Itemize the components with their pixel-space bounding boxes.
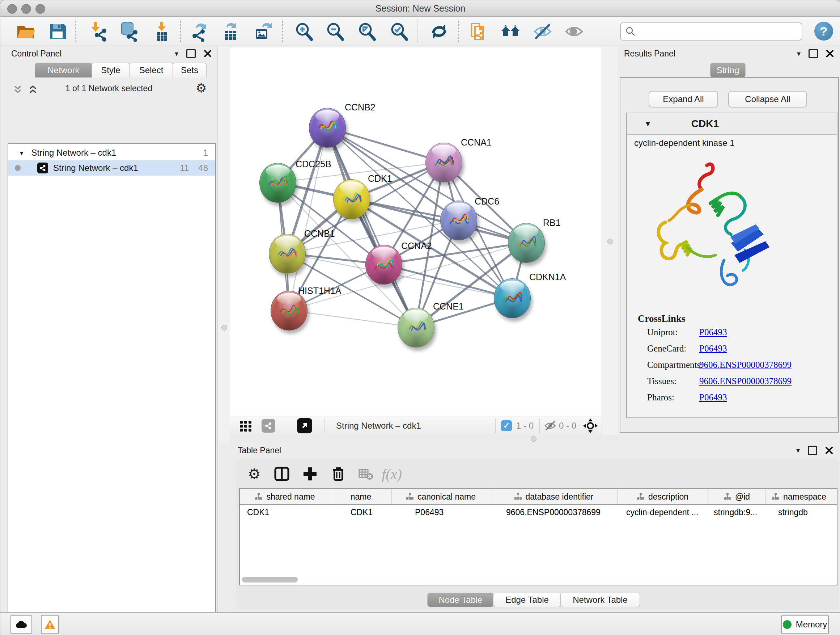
expand-all-button[interactable]: Expand All — [649, 91, 718, 108]
network-edge[interactable] — [289, 242, 526, 310]
network-node-cdkn1a[interactable] — [494, 279, 531, 318]
network-node-hist1h1a[interactable] — [271, 291, 308, 331]
right-splitter[interactable] — [602, 46, 618, 443]
import-network-database-icon[interactable] — [118, 21, 139, 42]
function-builder-icon[interactable]: f(x) — [382, 464, 402, 484]
search-box[interactable] — [620, 22, 802, 41]
cell-name[interactable]: CDK1 — [330, 504, 392, 520]
tab-style[interactable]: Style — [92, 63, 130, 78]
tab-select[interactable]: Select — [129, 63, 173, 78]
network-node-rb1[interactable] — [508, 223, 545, 263]
column-header-shared-name[interactable]: shared name — [240, 489, 330, 504]
import-table-file-icon[interactable] — [152, 21, 172, 42]
column-header-namespace[interactable]: namespace — [766, 489, 837, 504]
export-network-icon[interactable] — [189, 21, 210, 42]
goto-network-icon[interactable] — [297, 418, 312, 433]
network-node-ccnb1[interactable] — [269, 234, 306, 274]
memory-button[interactable]: Memory — [781, 616, 829, 633]
table-options-gear-icon[interactable]: ⚙ — [244, 464, 264, 484]
open-session-icon[interactable] — [15, 21, 36, 42]
collapse-panel-icon[interactable]: ▾ — [175, 49, 178, 58]
crosslink-tissues-link[interactable]: 9606.ENSP00000378699 — [699, 376, 791, 386]
grid-view-icon[interactable] — [239, 418, 252, 433]
help-button[interactable]: ? — [814, 22, 833, 41]
splitter-handle[interactable] — [531, 436, 537, 442]
float-panel-icon[interactable] — [808, 446, 817, 455]
network-canvas[interactable]: CCNB2CCNA1CDC25BCDK1CDC6RB1CCNB1CCNA2CDK… — [230, 48, 602, 416]
table-horizontal-scrollbar[interactable] — [242, 577, 298, 583]
copy-style-documents-icon[interactable] — [468, 21, 489, 42]
crosslink-compartments-link[interactable]: 9606.ENSP00000378699 — [699, 360, 791, 370]
cell-canonical-name[interactable]: P06493 — [392, 504, 490, 520]
show-columns-icon[interactable] — [272, 464, 292, 484]
show-graphics-details-icon[interactable] — [564, 21, 584, 42]
tab-network-table[interactable]: Network Table — [561, 593, 640, 607]
cell-shared-name[interactable]: CDK1 — [240, 504, 330, 520]
crosslink-uniprot-link[interactable]: P06493 — [699, 327, 727, 337]
column-header-database-identifier[interactable]: database identifier — [490, 489, 617, 504]
network-node-ccne1[interactable] — [398, 308, 434, 348]
create-column-plus-icon[interactable] — [300, 464, 320, 484]
zoom-in-icon[interactable] — [294, 21, 315, 42]
network-options-gear-icon[interactable]: ⚙ — [196, 81, 207, 95]
network-edge[interactable] — [327, 127, 416, 327]
collapse-all-button[interactable]: Collapse All — [728, 91, 807, 108]
birds-eye-view-icon[interactable] — [583, 418, 598, 433]
network-node-cdk1[interactable] — [333, 179, 370, 219]
network-node-ccna2[interactable] — [365, 245, 402, 285]
network-node-ccna1[interactable] — [425, 143, 462, 182]
collapse-panel-icon[interactable]: ▾ — [796, 446, 800, 455]
splitter-handle[interactable] — [221, 325, 227, 331]
hide-graphics-details-icon[interactable] — [532, 21, 553, 42]
tab-network[interactable]: Network — [35, 63, 92, 78]
delete-table-icon[interactable] — [355, 464, 376, 484]
crosslink-genecard-link[interactable]: P06493 — [699, 344, 727, 354]
network-edge[interactable] — [289, 127, 327, 310]
network-row[interactable]: String Network – cdk1 11 48 — [8, 160, 215, 176]
tab-edge-table[interactable]: Edge Table — [493, 593, 561, 607]
network-node-cdc6[interactable] — [440, 201, 477, 241]
cloud-status-button[interactable] — [11, 616, 32, 633]
splitter-handle[interactable] — [607, 239, 613, 244]
float-panel-icon[interactable] — [808, 49, 818, 58]
export-image-icon[interactable] — [253, 21, 273, 42]
cell-namespace[interactable]: stringdb — [766, 504, 837, 520]
tab-string[interactable]: String — [710, 63, 745, 78]
refresh-icon[interactable] — [429, 21, 450, 42]
zoom-selected-icon[interactable] — [389, 21, 410, 42]
cell-database-identifier[interactable]: 9606.ENSP00000378699 — [490, 504, 617, 520]
hidden-eye-slash-icon[interactable] — [544, 418, 557, 433]
save-session-icon[interactable] — [47, 21, 68, 42]
houses-icon[interactable] — [500, 21, 521, 42]
tree-expander-icon[interactable]: ▾ — [20, 149, 24, 157]
network-collection-row[interactable]: ▾ String Network – cdk1 1 — [8, 145, 215, 160]
node-table[interactable]: shared name name canonical name database… — [239, 488, 837, 585]
close-panel-icon[interactable] — [204, 50, 212, 57]
delete-column-trash-icon[interactable] — [328, 464, 348, 484]
tab-node-table[interactable]: Node Table — [427, 593, 494, 607]
entry-expander-icon[interactable]: ▼ — [644, 120, 652, 128]
network-share-view-icon[interactable] — [262, 418, 275, 433]
column-header-description[interactable]: description — [617, 489, 708, 504]
import-network-file-icon[interactable] — [88, 21, 109, 42]
network-node-cdc25b[interactable] — [259, 163, 296, 203]
network-edge[interactable] — [289, 310, 416, 327]
collapse-panel-icon[interactable]: ▾ — [797, 49, 801, 58]
warning-status-button[interactable] — [41, 616, 59, 633]
tab-sets[interactable]: Sets — [172, 63, 207, 78]
zoom-out-icon[interactable] — [325, 21, 346, 42]
zoom-fit-icon[interactable] — [357, 21, 378, 42]
close-panel-icon[interactable] — [825, 447, 833, 454]
float-panel-icon[interactable] — [186, 49, 196, 58]
network-node-ccnb2[interactable] — [309, 108, 346, 148]
export-table-icon[interactable] — [220, 21, 241, 42]
cell-description[interactable]: cyclin-dependent ... — [617, 504, 708, 520]
selected-checkbox-icon[interactable]: ✓ — [501, 418, 512, 433]
cell-id[interactable]: stringdb:9... — [708, 504, 766, 520]
close-panel-icon[interactable] — [826, 50, 834, 57]
table-row[interactable]: CDK1 CDK1 P06493 9606.ENSP00000378699 cy… — [240, 504, 837, 520]
column-header-canonical-name[interactable]: canonical name — [392, 489, 490, 504]
search-input[interactable] — [639, 26, 802, 37]
column-header-id[interactable]: @id — [708, 489, 766, 504]
crosslink-pharos-link[interactable]: P06493 — [699, 393, 727, 402]
